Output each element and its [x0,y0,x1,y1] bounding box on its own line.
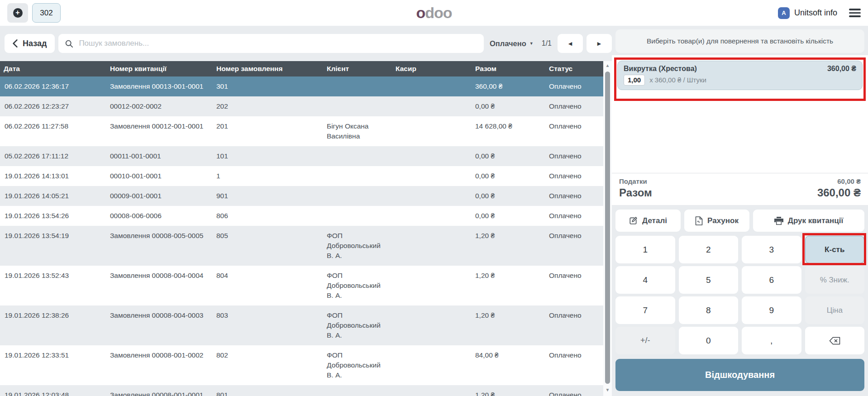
orders-table: Дата Номер квитанції Номер замовлення Кл… [0,61,603,396]
cell-order: 101 [213,146,323,166]
cell-date: 19.01.2026 14:05:21 [0,186,106,206]
cell-date: 19.01.2026 12:33:51 [0,345,106,385]
user-name[interactable]: Unitsoft info [794,8,837,18]
next-icon: ▶ [597,41,601,46]
numpad-key-7[interactable]: 7 [615,296,675,324]
edit-icon [629,216,638,225]
numpad-key-1[interactable]: 1 [615,236,675,263]
main-area: Назад Оплачено ▼ 1/1 ◀ ▶ Дата Номер квит… [0,26,868,396]
back-button[interactable]: Назад [5,34,55,53]
print-receipt-button[interactable]: Друк квитанції [753,210,864,232]
table-row[interactable]: 19.01.2026 13:52:43 Замовлення 00008-004… [0,266,603,305]
refund-button[interactable]: Відшкодування [615,359,864,391]
table-row[interactable]: 06.02.2026 12:23:27 00012-002-0002 202 0… [0,96,603,116]
cell-status: Оплачено [545,266,603,305]
cell-total: 84,00 ₴ [472,345,545,385]
order-count-button[interactable]: 302 [32,3,61,23]
numpad-key-2[interactable]: 2 [679,236,739,263]
total-value: 360,00 ₴ [817,186,861,199]
plus-minus-button[interactable]: +/- [615,327,675,354]
quantity-value[interactable]: 1,00 [624,75,645,86]
table-row[interactable]: 19.01.2026 13:54:19 Замовлення 00008-005… [0,226,603,266]
cell-date: 06.02.2026 12:36:17 [0,76,106,96]
cell-date: 19.01.2026 14:13:01 [0,166,106,186]
cell-client [323,146,392,166]
cell-client: Бігун Оксана Василівна [323,116,392,146]
table-row[interactable]: 05.02.2026 17:11:12 00011-001-0001 101 0… [0,146,603,166]
column-header-status: Статус [545,61,603,76]
total-label: Разом [619,186,652,199]
backspace-button[interactable] [805,327,865,354]
table-row[interactable]: 19.01.2026 13:54:26 00008-006-0006 806 0… [0,206,603,226]
new-order-button[interactable]: + [7,3,28,23]
invoice-button[interactable]: Рахунок [684,210,749,232]
details-button[interactable]: Деталі [615,210,681,232]
cell-client [323,96,392,116]
qty-mode-button[interactable]: К-сть [805,236,865,263]
scroll-down-icon[interactable]: ▼ [606,386,610,395]
cell-receipt: Замовлення 00008-001-0001 [106,385,213,396]
numpad-key-5[interactable]: 5 [679,266,739,294]
order-summary: Податки 60,00 ₴ Разом 360,00 ₴ [612,173,868,205]
odoo-logo-rest: doo [425,4,452,21]
invoice-label: Рахунок [707,216,739,225]
numpad-key-0[interactable]: 0 [679,327,739,354]
search-input[interactable] [79,39,478,48]
cell-cashier [392,76,472,96]
cell-client [323,166,392,186]
status-filter-dropdown[interactable]: Оплачено ▼ [487,39,536,48]
cell-total: 0,00 ₴ [472,146,545,166]
order-line-header: Викрутка (Хрестова) 360,00 ₴ [624,65,856,73]
table-row[interactable]: 06.02.2026 11:27:58 Замовлення 00012-001… [0,116,603,146]
refund-hint: Виберіть товар(и) для повернення та вста… [615,29,864,53]
top-navbar: + 302 odoo A Unitsoft info [0,0,868,26]
table-row[interactable]: 19.01.2026 12:38:26 Замовлення 00008-004… [0,305,603,345]
column-header-total: Разом [472,61,545,76]
cell-client: ФОП Добровольський В. А. [323,226,392,266]
product-price: 360,00 ₴ [827,65,856,73]
orders-controls-bar: Назад Оплачено ▼ 1/1 ◀ ▶ [0,26,612,61]
cell-cashier [392,186,472,206]
column-header-order: Номер замовлення [213,61,323,76]
table-row[interactable]: 19.01.2026 12:33:51 Замовлення 00008-001… [0,345,603,385]
hamburger-menu-icon[interactable] [849,9,861,17]
order-line[interactable]: Викрутка (Хрестова) 360,00 ₴ 1,00 x 360,… [617,61,863,90]
odoo-logo: odoo [416,4,452,21]
cell-status: Оплачено [545,186,603,206]
table-row[interactable]: 19.01.2026 14:13:01 00010-001-0001 1 0,0… [0,166,603,186]
numpad-key-comma[interactable]: , [742,327,801,354]
scroll-up-icon[interactable]: ▲ [606,61,610,70]
cell-status: Оплачено [545,226,603,266]
cell-order: 806 [213,206,323,226]
numpad-key-6[interactable]: 6 [742,266,801,294]
cell-cashier [392,116,472,146]
table-row[interactable]: 19.01.2026 12:03:48 Замовлення 00008-001… [0,385,603,396]
cell-status: Оплачено [545,385,603,396]
back-button-label: Назад [23,39,47,48]
numpad-key-4[interactable]: 4 [615,266,675,294]
cell-receipt: 00011-001-0001 [106,146,213,166]
discount-mode-button[interactable]: % Зниж. [805,266,865,294]
next-page-button[interactable]: ▶ [587,34,612,53]
numpad-key-8[interactable]: 8 [679,296,739,324]
taxes-label: Податки [619,177,647,185]
price-mode-button[interactable]: Ціна [805,296,865,324]
numpad-key-3[interactable]: 3 [742,236,801,263]
cell-date: 05.02.2026 17:11:12 [0,146,106,166]
table-row-selected[interactable]: 06.02.2026 12:36:17 Замовлення 00013-001… [0,76,603,96]
cell-order: 1 [213,166,323,186]
table-row[interactable]: 19.01.2026 14:05:21 00009-001-0001 901 0… [0,186,603,206]
cell-order: 901 [213,186,323,206]
pager-indicator: 1/1 [539,39,554,48]
taxes-value: 60,00 ₴ [837,177,861,185]
search-icon [65,40,73,48]
avatar[interactable]: A [778,7,790,19]
cell-cashier [392,166,472,186]
scrollbar-thumb[interactable] [605,72,610,384]
cell-client: ФОП Добровольський В. А. [323,305,392,345]
cell-status: Оплачено [545,166,603,186]
refund-panel: Виберіть товар(и) для повернення та вста… [612,26,868,396]
numpad-key-9[interactable]: 9 [742,296,801,324]
prev-page-button[interactable]: ◀ [558,34,583,53]
table-scrollbar[interactable]: ▲ ▼ [603,61,612,396]
